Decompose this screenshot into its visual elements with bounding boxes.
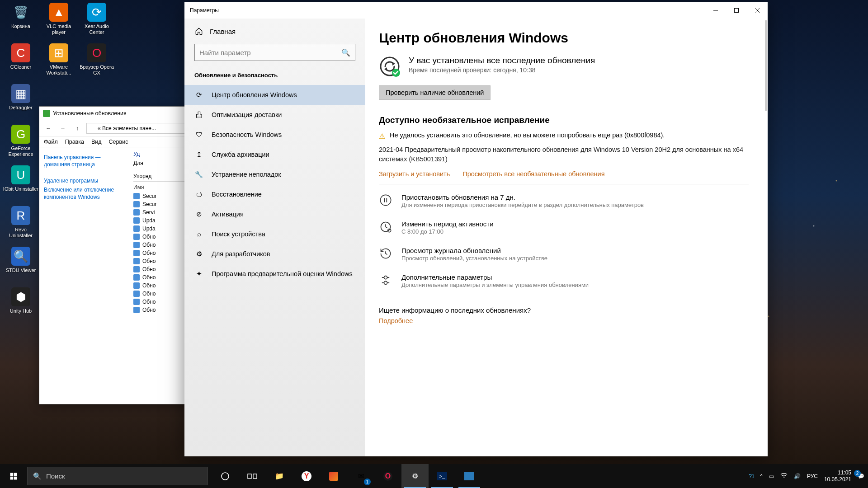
desktop-icon-iobit[interactable]: UIObit Uninstaller xyxy=(2,164,40,204)
up-icon[interactable]: ↑ xyxy=(72,123,83,134)
settings-titlebar[interactable]: Параметры xyxy=(184,2,768,19)
opt-active-hours[interactable]: Изменить период активностиС 8:00 до 17:0… xyxy=(379,220,749,235)
update-icon xyxy=(133,258,140,264)
tray-action-center[interactable]: 💬2 xyxy=(858,473,864,479)
search-input[interactable] xyxy=(199,49,341,56)
tray-chevron-up-icon[interactable]: ^ xyxy=(760,473,763,479)
forward-icon[interactable]: → xyxy=(57,123,68,134)
desktop-icon-vlc[interactable]: ▲VLC media player xyxy=(40,1,78,42)
insider-icon: ✦ xyxy=(194,269,203,278)
update-icon xyxy=(133,242,140,248)
tb-office[interactable] xyxy=(320,464,347,488)
opt-advanced[interactable]: Дополнительные параметрыДополнительные п… xyxy=(379,273,749,288)
cp-app-icon xyxy=(43,110,50,117)
settings-window[interactable]: Параметры Главная 🔍 Обновление и безопас… xyxy=(184,2,768,456)
desktop-icon-xear[interactable]: ⟳Xear Audio Center xyxy=(78,1,116,42)
back-icon[interactable]: ← xyxy=(43,123,54,134)
settings-sidebar: Главная 🔍 Обновление и безопасность ⟳Цен… xyxy=(184,19,365,456)
desktop-icon-revo[interactable]: RRevo Uninstaller xyxy=(2,204,40,245)
backup-icon: ↥ xyxy=(194,150,203,159)
tb-taskview[interactable] xyxy=(239,464,266,488)
desktop-icon-stdu[interactable]: 🔍STDU Viewer xyxy=(2,245,40,286)
pause-icon xyxy=(379,193,392,207)
menu-file[interactable]: Файл xyxy=(44,139,58,145)
nav-recovery[interactable]: ⭯Восстановление xyxy=(184,184,365,204)
nav-home[interactable]: Главная xyxy=(184,23,365,39)
maximize-button[interactable] xyxy=(726,2,747,19)
menu-edit[interactable]: Правка xyxy=(65,139,84,145)
update-icon xyxy=(133,234,140,240)
update-icon xyxy=(133,225,140,232)
tray-volume-icon[interactable]: 🔊 xyxy=(794,473,801,479)
desktop-icon-unity[interactable]: ⬢Unity Hub xyxy=(2,286,40,326)
desktop-icon-recycle-bin[interactable]: 🗑️Корзина xyxy=(2,1,40,42)
update-icon xyxy=(133,291,140,297)
nav-backup[interactable]: ↥Служба архивации xyxy=(184,145,365,164)
settings-title: Параметры xyxy=(190,7,219,14)
clock-icon xyxy=(379,220,392,234)
location-icon: ⌕ xyxy=(194,230,203,239)
minimize-button[interactable] xyxy=(705,2,726,19)
tray-clock[interactable]: 11:05 10.05.2021 xyxy=(824,469,851,483)
cp-link-features[interactable]: Включение или отключение компонентов Win… xyxy=(44,186,125,201)
nav-activation[interactable]: ⊘Активация xyxy=(184,204,365,224)
optional-section-title: Доступно необязательное исправление xyxy=(379,115,749,125)
scrollbar[interactable] xyxy=(765,20,767,111)
wrench-icon: 🔧 xyxy=(194,170,203,179)
nav-insider[interactable]: ✦Программа предварительной оценки Window… xyxy=(184,264,365,284)
desktop-icon-vmware[interactable]: ⊞VMware Workstati... xyxy=(40,42,78,82)
tb-powershell[interactable]: >_ xyxy=(429,464,456,488)
desktop-icon-opera-gx[interactable]: OБраузер Opera GX xyxy=(78,42,116,82)
settings-search[interactable]: 🔍 xyxy=(194,44,355,61)
recovery-icon: ⭯ xyxy=(194,190,203,199)
search-icon: 🔍 xyxy=(33,472,42,480)
nav-security[interactable]: 🛡Безопасность Windows xyxy=(184,125,365,145)
svg-point-13 xyxy=(384,276,387,279)
update-icon xyxy=(133,266,140,272)
tb-control-panel[interactable] xyxy=(456,464,483,488)
desktop-icon-geforce[interactable]: GGeForce Experience xyxy=(2,123,40,164)
taskbar-search[interactable]: 🔍 Поиск xyxy=(27,467,208,485)
opt-history[interactable]: Просмотр журнала обновленийПросмотр обно… xyxy=(379,247,749,262)
nav-delivery-opt[interactable]: 凸Оптимизация доставки xyxy=(184,105,365,125)
opt-pause[interactable]: Приостановить обновления на 7 дн.Для изм… xyxy=(379,193,749,208)
tray-battery-icon[interactable]: ▭ xyxy=(769,473,774,479)
link-view-all-optional[interactable]: Просмотреть все необязательные обновлени… xyxy=(462,170,604,178)
shield-icon: 🛡 xyxy=(194,130,203,139)
close-button[interactable] xyxy=(747,2,768,19)
footer-question: Ищете информацию о последних обновлениях… xyxy=(379,306,749,314)
tray-help-icon[interactable]: ?⃝ xyxy=(749,473,754,479)
svg-marker-5 xyxy=(392,62,395,66)
tb-mail[interactable]: ✉1 xyxy=(347,464,374,488)
status-headline: У вас установлены все последние обновлен… xyxy=(409,56,595,66)
nav-find-device[interactable]: ⌕Поиск устройства xyxy=(184,224,365,244)
tray-lang[interactable]: РУС xyxy=(807,473,818,479)
tray-wifi-icon[interactable] xyxy=(780,473,788,479)
nav-developers[interactable]: ⚙Для разработчиков xyxy=(184,244,365,264)
status-subtext: Время последней проверки: сегодня, 10:38 xyxy=(409,66,595,74)
tb-explorer[interactable]: 📁 xyxy=(266,464,293,488)
cp-link-uninstall[interactable]: Удаление программы xyxy=(44,177,125,184)
start-button[interactable] xyxy=(0,464,27,488)
menu-view[interactable]: Вид xyxy=(91,139,102,145)
menu-service[interactable]: Сервис xyxy=(109,139,128,145)
footer-link[interactable]: Подробнее xyxy=(379,317,413,324)
sync-icon: ⟳ xyxy=(194,90,203,99)
svg-point-14 xyxy=(384,281,387,284)
key-icon: ⊘ xyxy=(194,210,203,219)
tb-cortana[interactable] xyxy=(212,464,239,488)
tb-settings[interactable]: ⚙ xyxy=(401,464,429,488)
check-updates-button[interactable]: Проверить наличие обновлений xyxy=(379,85,491,100)
dev-icon: ⚙ xyxy=(194,249,203,258)
link-download-install[interactable]: Загрузить и установить xyxy=(379,170,450,178)
desktop-icon-ccleaner[interactable]: CCCleaner xyxy=(2,42,40,82)
desktop-icon-defraggler[interactable]: ▦Defraggler xyxy=(2,82,40,123)
tb-yandex[interactable]: Y xyxy=(293,464,320,488)
tb-opera[interactable]: O xyxy=(374,464,401,488)
nav-windows-update[interactable]: ⟳Центр обновления Windows xyxy=(184,85,365,105)
cp-link-home[interactable]: Панель управления — домашняя страница xyxy=(44,154,125,168)
nav-troubleshoot[interactable]: 🔧Устранение неполадок xyxy=(184,164,365,184)
cp-sidepanel: Панель управления — домашняя страница Уд… xyxy=(39,147,130,404)
update-icon xyxy=(133,307,140,313)
history-icon xyxy=(379,247,392,260)
